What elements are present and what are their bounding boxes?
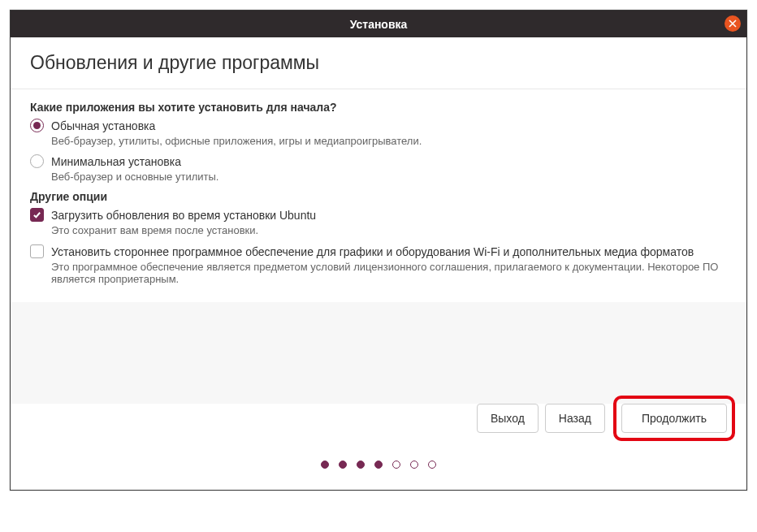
titlebar: Установка — [11, 11, 746, 37]
checkbox-updates-desc: Это сохранит вам время после установки. — [51, 224, 727, 236]
button-row: Выход Назад Продолжить — [30, 404, 727, 433]
close-button[interactable] — [725, 15, 741, 32]
radio-minimal-install[interactable]: Минимальная установка — [30, 154, 727, 168]
checkbox-updates-label: Загрузить обновления во время установки … — [51, 209, 316, 222]
quit-button[interactable]: Выход — [477, 404, 539, 433]
progress-dot — [428, 461, 436, 469]
radio-normal-label: Обычная установка — [51, 119, 155, 132]
footer: Выход Назад Продолжить — [11, 404, 746, 490]
continue-button[interactable]: Продолжить — [621, 404, 727, 433]
radio-icon — [30, 119, 44, 132]
continue-highlight: Продолжить — [613, 396, 735, 441]
installer-window: Установка Обновления и другие программы … — [10, 10, 747, 491]
radio-icon — [30, 154, 44, 168]
checkbox-icon — [30, 208, 44, 222]
divider — [11, 89, 746, 89]
progress-dot — [410, 461, 418, 469]
radio-minimal-label: Минимальная установка — [51, 155, 181, 168]
checkbox-third-party[interactable]: Установить стороннее программное обеспеч… — [30, 244, 727, 258]
progress-dot — [374, 461, 383, 469]
checkbox-icon — [30, 244, 44, 258]
radio-minimal-desc: Веб-браузер и основные утилиты. — [51, 171, 727, 183]
progress-dots — [30, 461, 727, 469]
apps-question: Какие приложения вы хотите установить дл… — [30, 101, 727, 114]
checkbox-thirdparty-label: Установить стороннее программное обеспеч… — [51, 245, 694, 258]
progress-dot — [321, 461, 329, 469]
back-button[interactable]: Назад — [545, 404, 605, 433]
checkbox-thirdparty-desc: Это программное обеспечение является пре… — [51, 261, 727, 285]
progress-dot — [339, 461, 347, 469]
checkmark-icon — [32, 210, 41, 219]
page-title: Обновления и другие программы — [30, 52, 727, 74]
close-icon — [729, 19, 737, 28]
radio-normal-install[interactable]: Обычная установка — [30, 119, 727, 132]
other-options-label: Другие опции — [30, 190, 727, 203]
progress-dot — [357, 461, 365, 469]
content-area: Обновления и другие программы Какие прил… — [11, 37, 746, 302]
progress-dot — [392, 461, 400, 469]
window-title: Установка — [350, 18, 408, 31]
checkbox-download-updates[interactable]: Загрузить обновления во время установки … — [30, 208, 727, 222]
radio-normal-desc: Веб-браузер, утилиты, офисные приложения… — [51, 135, 727, 147]
